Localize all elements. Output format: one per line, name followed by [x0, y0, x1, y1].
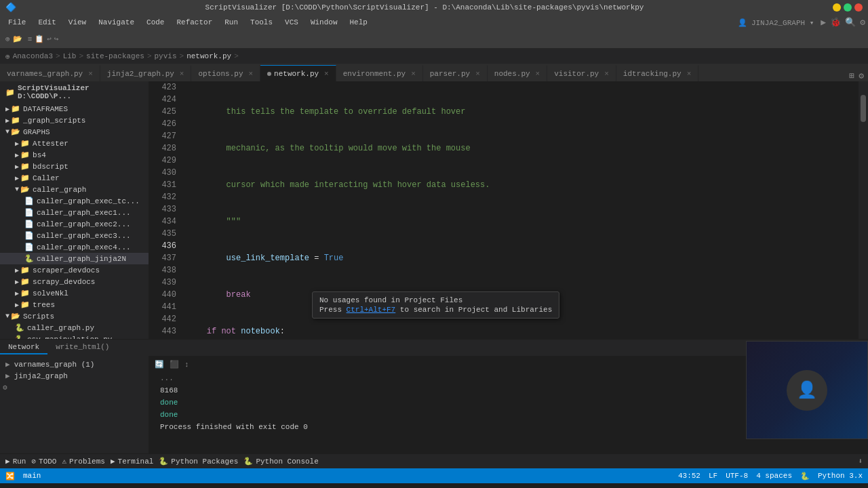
menu-code[interactable]: Code [141, 17, 170, 28]
breadcrumb-site[interactable]: site-packages [86, 52, 144, 60]
toolbar-icon3[interactable]: ≡ [28, 35, 33, 43]
menu-refactor[interactable]: Refactor [171, 17, 218, 28]
sidebar-item-exec-tc[interactable]: 📄 caller_graph_exec_tc... [0, 195, 149, 207]
tab-label-environment: environment.py [343, 70, 406, 78]
sidebar-item-caller-graph[interactable]: ▼ 📂 caller_graph [0, 184, 149, 195]
sidebar-item-jinja2n[interactable]: 🐍 caller_graph_jinja2N [0, 253, 149, 264]
sidebar-item-scraper[interactable]: ▶ 📁 scraper_devdocs [0, 264, 149, 276]
run-restart-icon[interactable]: 🔄 [155, 359, 164, 371]
breadcrumb-file[interactable]: network.py [186, 52, 231, 60]
sidebar-item-caller-py[interactable]: 🐍 caller_graph.py [0, 322, 149, 333]
tab-environment[interactable]: environment.py × [336, 65, 423, 81]
sidebar-item-exec3[interactable]: 📄 caller_graph_exec3... [0, 230, 149, 241]
hide-panel-icon[interactable]: ⬇ [858, 457, 863, 466]
sidebar-item-bdscript[interactable]: ▶ 📁 bdscript [0, 161, 149, 172]
status-encoding[interactable]: UTF-8 [726, 472, 748, 480]
bottom-tab-network[interactable]: Network [0, 341, 47, 354]
toolbar-icon5[interactable]: ↩ [47, 35, 52, 43]
sidebar-item-csv[interactable]: 🐍 csv_manipulation.py [0, 333, 149, 339]
tab-nodes[interactable]: nodes.py × [488, 65, 547, 81]
tab-jinja2-graph[interactable]: jinja2_graph.py × [100, 65, 192, 81]
tab-network[interactable]: network.py × [260, 65, 336, 81]
sidebar-item-graphs[interactable]: ▼ 📂 GRAPHS [0, 126, 149, 138]
status-line-ending[interactable]: LF [709, 472, 717, 480]
minimize-button[interactable] [833, 3, 841, 12]
maximize-button[interactable] [844, 3, 852, 12]
tab-close-nodes[interactable]: × [536, 70, 540, 78]
run-item-2[interactable]: ▶ jinja2_graph [0, 370, 149, 382]
toolbar-icon1[interactable]: ⊕ [5, 35, 10, 43]
terminal-btn[interactable]: ▶ Terminal [111, 457, 153, 466]
tab-close-jinja2[interactable]: × [180, 70, 184, 78]
sidebar-item-caller[interactable]: ▶ 📁 Caller [0, 172, 149, 184]
breadcrumb-lib[interactable]: Lib [63, 52, 77, 60]
tab-close-idtracking[interactable]: × [687, 70, 692, 78]
code-line-429: if not notebook: [187, 325, 868, 338]
menu-tools[interactable]: Tools [245, 17, 278, 28]
close-button[interactable] [854, 3, 863, 12]
tab-parser[interactable]: parser.py × [423, 65, 488, 81]
problems-btn[interactable]: ⚠ Problems [62, 457, 104, 466]
arrow-caller: ▶ [15, 174, 19, 182]
breadcrumb-pyvis[interactable]: pyvis [155, 52, 177, 60]
split-editor-icon[interactable]: ⊞ [849, 70, 854, 81]
sidebar-item-exec1[interactable]: 📄 caller_graph_exec1... [0, 207, 149, 218]
run-scroll-icon[interactable]: ↕ [184, 359, 189, 371]
tab-close-env[interactable]: × [411, 70, 416, 78]
editor[interactable]: 423 424 425 426 427 428 429 430 431 432 … [149, 81, 868, 339]
sidebar-item-exec2[interactable]: 📄 caller_graph_exec2... [0, 218, 149, 230]
tab-visitor[interactable]: visitor.py × [547, 65, 616, 81]
sidebar-item-solvenkl[interactable]: ▶ 📁 solveNkl [0, 287, 149, 299]
run-stop-icon[interactable]: ⬛ [170, 359, 179, 371]
sidebar-item-scripts[interactable]: ▼ 📂 Scripts [0, 310, 149, 322]
sidebar-item-trees[interactable]: ▶ 📁 trees [0, 299, 149, 310]
toolbar-icon6[interactable]: ↪ [54, 35, 59, 43]
menu-run[interactable]: Run [219, 17, 243, 28]
scrollbar-vertical[interactable] [859, 81, 868, 339]
tab-close-network[interactable]: × [324, 70, 329, 78]
status-position[interactable]: 43:52 [678, 472, 701, 480]
status-python-icon: 🐍 [800, 472, 810, 481]
tab-close-options[interactable]: × [248, 70, 253, 78]
menu-edit[interactable]: Edit [33, 17, 61, 28]
run-toolbar-row: 🔄 ⬛ ↕ [155, 359, 741, 371]
breadcrumb-anaconda[interactable]: Anaconda3 [13, 52, 53, 60]
menu-navigate[interactable]: Navigate [93, 17, 140, 28]
tooltip-link[interactable]: Ctrl+Alt+F7 [347, 306, 396, 314]
window-controls[interactable] [833, 3, 863, 12]
sidebar-item-bs4[interactable]: ▶ 📁 bs4 [0, 149, 149, 161]
bottom-tab-write-html[interactable]: write_html() [47, 341, 117, 354]
toolbar-icon4[interactable]: 📋 [35, 35, 44, 43]
run-settings-icon[interactable]: ⚙ [3, 384, 7, 392]
sidebar-item-exec4[interactable]: 📄 caller_graph_exec4... [0, 241, 149, 253]
tab-close-parser[interactable]: × [475, 70, 480, 78]
menu-help[interactable]: Help [344, 17, 373, 28]
status-indent[interactable]: 4 spaces [756, 472, 792, 480]
sidebar-item-dataframes[interactable]: ▶ 📁 DATAFRAMES [0, 103, 149, 115]
sidebar-item-scrapy[interactable]: ▶ 📁 scrapy_devdocs [0, 276, 149, 287]
debug-toolbar-icon[interactable]: 🐞 [830, 17, 841, 28]
tab-close-varnames[interactable]: × [88, 70, 93, 78]
settings-editor-icon[interactable]: ⚙ [859, 70, 864, 81]
tab-varnames-graph[interactable]: varnames_graph.py × [0, 65, 100, 81]
sidebar-item-graph-scripts[interactable]: ▶ 📁 _graph_scripts [0, 115, 149, 126]
python-console-btn[interactable]: 🐍 Python Console [243, 457, 318, 466]
sidebar-item-attester[interactable]: ▶ 📁 Attester [0, 138, 149, 149]
tab-close-visitor[interactable]: × [604, 70, 609, 78]
menu-view[interactable]: View [63, 17, 92, 28]
todo-btn[interactable]: ⊘ TODO [31, 457, 56, 466]
run-item-1[interactable]: ▶ varnames_graph (1) [0, 359, 149, 370]
file-icon-exec3: 📄 [24, 231, 34, 240]
search-everywhere-icon[interactable]: 🔍 [845, 17, 856, 28]
scrollbar-thumb[interactable] [861, 95, 866, 122]
menu-vcs[interactable]: VCS [279, 17, 304, 28]
tab-idtracking[interactable]: idtracking.py × [616, 65, 698, 81]
menu-window[interactable]: Window [305, 17, 343, 28]
run-btn[interactable]: ▶ Run [5, 457, 26, 466]
toolbar-icon2[interactable]: 📂 [13, 35, 22, 43]
settings-icon[interactable]: ⚙ [860, 17, 865, 28]
tab-options[interactable]: options.py × [191, 65, 260, 81]
menu-file[interactable]: File [3, 17, 31, 28]
run-toolbar-icon[interactable]: ▶ [821, 17, 826, 28]
python-packages-btn[interactable]: 🐍 Python Packages [159, 457, 238, 466]
